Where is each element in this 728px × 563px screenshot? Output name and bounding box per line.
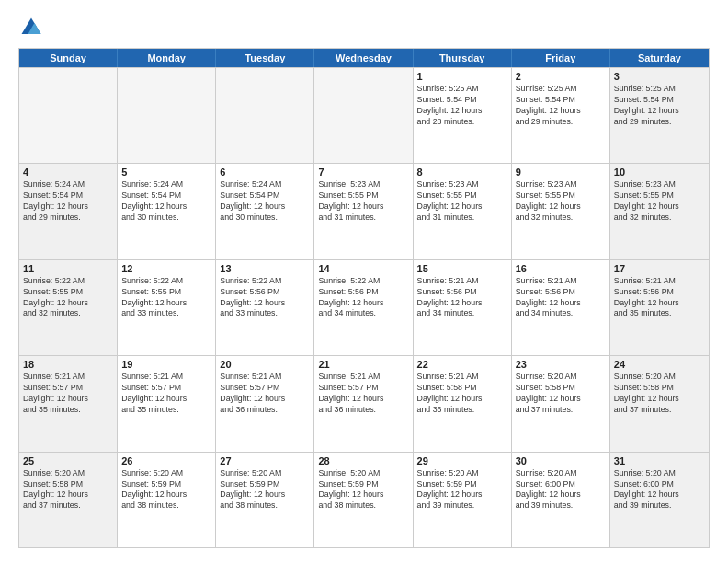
day-number: 21 [318,359,408,370]
calendar-cell: 20Sunrise: 5:21 AM Sunset: 5:57 PM Dayli… [216,356,314,451]
calendar-cell: 27Sunrise: 5:20 AM Sunset: 5:59 PM Dayli… [216,453,314,547]
day-number: 7 [318,167,408,178]
calendar-cell: 24Sunrise: 5:20 AM Sunset: 5:58 PM Dayli… [610,356,709,451]
day-info: Sunrise: 5:21 AM Sunset: 5:56 PM Dayligh… [417,276,507,320]
day-number: 12 [121,263,211,274]
calendar-row-2: 11Sunrise: 5:22 AM Sunset: 5:55 PM Dayli… [19,259,709,355]
day-info: Sunrise: 5:20 AM Sunset: 6:00 PM Dayligh… [614,468,705,512]
day-info: Sunrise: 5:20 AM Sunset: 5:58 PM Dayligh… [23,468,113,512]
day-number: 26 [121,455,211,466]
day-number: 1 [417,71,507,82]
logo-icon [18,15,44,40]
calendar-cell: 23Sunrise: 5:20 AM Sunset: 5:58 PM Dayli… [512,356,610,451]
calendar-cell [216,68,314,163]
calendar-cell: 25Sunrise: 5:20 AM Sunset: 5:58 PM Dayli… [19,453,118,547]
day-number: 10 [614,167,705,178]
calendar-cell: 11Sunrise: 5:22 AM Sunset: 5:55 PM Dayli… [19,260,118,355]
calendar-cell: 8Sunrise: 5:23 AM Sunset: 5:55 PM Daylig… [414,164,512,259]
day-info: Sunrise: 5:20 AM Sunset: 5:59 PM Dayligh… [417,468,507,512]
page: SundayMondayTuesdayWednesdayThursdayFrid… [0,0,728,563]
calendar-cell: 22Sunrise: 5:21 AM Sunset: 5:58 PM Dayli… [414,356,512,451]
calendar-row-0: 1Sunrise: 5:25 AM Sunset: 5:54 PM Daylig… [19,67,709,163]
calendar-cell: 18Sunrise: 5:21 AM Sunset: 5:57 PM Dayli… [19,356,118,451]
day-number: 29 [417,455,507,466]
day-info: Sunrise: 5:20 AM Sunset: 6:00 PM Dayligh… [516,468,606,512]
calendar-cell [118,68,216,163]
calendar-cell [314,68,413,163]
calendar-cell: 10Sunrise: 5:23 AM Sunset: 5:55 PM Dayli… [610,164,709,259]
day-number: 31 [614,455,705,466]
calendar-cell: 28Sunrise: 5:20 AM Sunset: 5:59 PM Dayli… [314,453,413,547]
calendar-header: SundayMondayTuesdayWednesdayThursdayFrid… [19,49,709,67]
day-info: Sunrise: 5:24 AM Sunset: 5:54 PM Dayligh… [121,179,211,224]
day-info: Sunrise: 5:23 AM Sunset: 5:55 PM Dayligh… [417,179,507,224]
calendar-cell: 13Sunrise: 5:22 AM Sunset: 5:56 PM Dayli… [216,260,314,355]
calendar-cell: 17Sunrise: 5:21 AM Sunset: 5:56 PM Dayli… [610,260,709,355]
day-number: 6 [220,167,310,178]
header-day-tuesday: Tuesday [216,49,314,67]
day-number: 15 [417,263,507,274]
day-number: 14 [318,263,408,274]
calendar-row-3: 18Sunrise: 5:21 AM Sunset: 5:57 PM Dayli… [19,355,709,451]
calendar-cell: 29Sunrise: 5:20 AM Sunset: 5:59 PM Dayli… [414,453,512,547]
logo [18,15,48,40]
calendar-cell: 30Sunrise: 5:20 AM Sunset: 6:00 PM Dayli… [512,453,610,547]
day-number: 4 [23,167,113,178]
calendar-cell: 3Sunrise: 5:25 AM Sunset: 5:54 PM Daylig… [610,68,709,163]
day-info: Sunrise: 5:22 AM Sunset: 5:55 PM Dayligh… [23,276,113,320]
day-info: Sunrise: 5:23 AM Sunset: 5:55 PM Dayligh… [614,179,705,224]
day-number: 5 [121,167,211,178]
calendar: SundayMondayTuesdayWednesdayThursdayFrid… [18,48,710,548]
day-number: 28 [318,455,408,466]
day-info: Sunrise: 5:22 AM Sunset: 5:56 PM Dayligh… [220,276,310,320]
header-day-thursday: Thursday [414,49,512,67]
day-info: Sunrise: 5:23 AM Sunset: 5:55 PM Dayligh… [516,179,606,224]
day-info: Sunrise: 5:25 AM Sunset: 5:54 PM Dayligh… [614,84,705,128]
day-info: Sunrise: 5:25 AM Sunset: 5:54 PM Dayligh… [417,84,507,128]
calendar-cell: 14Sunrise: 5:22 AM Sunset: 5:56 PM Dayli… [314,260,413,355]
day-number: 23 [516,359,606,370]
header-day-wednesday: Wednesday [314,49,413,67]
day-info: Sunrise: 5:20 AM Sunset: 5:58 PM Dayligh… [614,372,705,416]
calendar-cell: 21Sunrise: 5:21 AM Sunset: 5:57 PM Dayli… [314,356,413,451]
calendar-cell: 15Sunrise: 5:21 AM Sunset: 5:56 PM Dayli… [414,260,512,355]
day-info: Sunrise: 5:20 AM Sunset: 5:59 PM Dayligh… [121,468,211,512]
header [18,15,710,40]
calendar-cell: 12Sunrise: 5:22 AM Sunset: 5:55 PM Dayli… [118,260,216,355]
calendar-body: 1Sunrise: 5:25 AM Sunset: 5:54 PM Daylig… [19,67,709,547]
day-info: Sunrise: 5:23 AM Sunset: 5:55 PM Dayligh… [318,179,408,224]
header-day-sunday: Sunday [19,49,118,67]
day-number: 24 [614,359,705,370]
day-info: Sunrise: 5:24 AM Sunset: 5:54 PM Dayligh… [220,179,310,224]
calendar-cell: 26Sunrise: 5:20 AM Sunset: 5:59 PM Dayli… [118,453,216,547]
calendar-cell: 31Sunrise: 5:20 AM Sunset: 6:00 PM Dayli… [610,453,709,547]
day-number: 2 [516,71,606,82]
calendar-row-1: 4Sunrise: 5:24 AM Sunset: 5:54 PM Daylig… [19,163,709,259]
calendar-cell: 9Sunrise: 5:23 AM Sunset: 5:55 PM Daylig… [512,164,610,259]
day-number: 17 [614,263,705,274]
day-number: 3 [614,71,705,82]
calendar-cell: 1Sunrise: 5:25 AM Sunset: 5:54 PM Daylig… [414,68,512,163]
day-number: 18 [23,359,113,370]
header-day-monday: Monday [118,49,216,67]
calendar-cell: 5Sunrise: 5:24 AM Sunset: 5:54 PM Daylig… [118,164,216,259]
calendar-cell: 4Sunrise: 5:24 AM Sunset: 5:54 PM Daylig… [19,164,118,259]
day-number: 16 [516,263,606,274]
day-number: 11 [23,263,113,274]
calendar-cell: 2Sunrise: 5:25 AM Sunset: 5:54 PM Daylig… [512,68,610,163]
calendar-cell: 6Sunrise: 5:24 AM Sunset: 5:54 PM Daylig… [216,164,314,259]
day-number: 22 [417,359,507,370]
day-number: 30 [516,455,606,466]
day-info: Sunrise: 5:21 AM Sunset: 5:57 PM Dayligh… [318,372,408,416]
calendar-cell: 16Sunrise: 5:21 AM Sunset: 5:56 PM Dayli… [512,260,610,355]
day-info: Sunrise: 5:24 AM Sunset: 5:54 PM Dayligh… [23,179,113,224]
day-info: Sunrise: 5:22 AM Sunset: 5:56 PM Dayligh… [318,276,408,320]
day-number: 13 [220,263,310,274]
header-day-friday: Friday [512,49,610,67]
day-info: Sunrise: 5:21 AM Sunset: 5:56 PM Dayligh… [516,276,606,320]
calendar-cell: 7Sunrise: 5:23 AM Sunset: 5:55 PM Daylig… [314,164,413,259]
day-info: Sunrise: 5:21 AM Sunset: 5:57 PM Dayligh… [220,372,310,416]
day-info: Sunrise: 5:25 AM Sunset: 5:54 PM Dayligh… [516,84,606,128]
day-info: Sunrise: 5:20 AM Sunset: 5:59 PM Dayligh… [220,468,310,512]
day-info: Sunrise: 5:21 AM Sunset: 5:58 PM Dayligh… [417,372,507,416]
